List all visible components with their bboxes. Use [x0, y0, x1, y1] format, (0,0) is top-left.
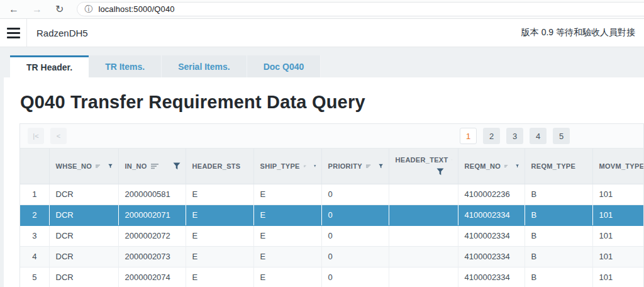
browser-toolbar: ← → ↻ ⓘ localhost:5000/Q040 [0, 0, 644, 19]
cell-whse_no: DCR [49, 246, 118, 267]
app-header: RadzenDH5 版本 0.9 等待和驗收人員對接 [0, 19, 644, 47]
cell-whse_no: DCR [49, 205, 118, 225]
cell-header_sts: E [186, 225, 253, 246]
first-page-button[interactable]: |< [28, 128, 44, 144]
cell-header_sts: E [186, 184, 253, 205]
version-note: 版本 0.9 等待和驗收人員對接 [521, 27, 635, 38]
page-button-1[interactable]: 1 [460, 128, 477, 144]
cell-in_no: 2000002073 [118, 246, 186, 267]
column-header-header_sts[interactable]: HEADER_STS [186, 149, 253, 184]
previous-page-button[interactable]: < [50, 128, 67, 144]
cell-reqm_no: 4100002334 [458, 225, 525, 246]
url-text: localhost:5000/Q040 [98, 4, 174, 14]
column-header-movm_type[interactable]: MOVM_TYPE [592, 149, 643, 184]
cell-header_text [389, 246, 458, 267]
column-header-ship_type[interactable]: SHIP_TYPE [253, 149, 321, 184]
cell-header_sts: E [186, 267, 253, 287]
cell-in_no: 2000002074 [118, 267, 186, 287]
hamburger-icon [7, 28, 20, 30]
column-header-header_text[interactable]: HEADER_TEXT [389, 149, 458, 184]
page-button-5[interactable]: 5 [553, 128, 570, 144]
hamburger-menu-button[interactable] [0, 19, 27, 47]
cell-priority: 0 [321, 205, 389, 225]
tab-tr-items[interactable]: TR Items. [89, 55, 162, 77]
address-bar[interactable]: ⓘ localhost:5000/Q040 [77, 2, 644, 16]
column-label: MOVM_TYPE [599, 162, 644, 170]
sort-lines-icon [96, 163, 101, 169]
cell-reqm_type: B [525, 184, 592, 205]
cell-movm_type: 101 [592, 205, 643, 225]
site-info-icon[interactable]: ⓘ [84, 4, 92, 15]
column-header-priority[interactable]: PRIORITY [321, 149, 389, 184]
page-body: TR Header.TR Items.Serial Items.Doc Q040… [0, 47, 644, 287]
column-label: HEADER_TEXT [396, 156, 448, 164]
column-header-whse_no[interactable]: WHSE_NO [49, 149, 118, 184]
page-button-3[interactable]: 3 [506, 128, 523, 144]
cell-priority: 0 [321, 246, 389, 267]
filter-funnel-icon[interactable] [314, 162, 316, 170]
column-label: WHSE_NO [56, 162, 92, 170]
cell-header_text [389, 267, 458, 287]
cell-whse_no: DCR [49, 184, 118, 205]
filter-funnel-icon[interactable] [516, 162, 519, 170]
cell-reqm_type: B [525, 246, 592, 267]
table-row[interactable]: 5DCR2000002074EE04100002334B101 [20, 267, 643, 287]
cell-in_no: 2000002072 [118, 225, 186, 246]
table-row[interactable]: 3DCR2000002072EE04100002334B101 [20, 225, 643, 246]
column-label: REQM_TYPE [531, 162, 576, 170]
column-label: HEADER_STS [192, 162, 241, 170]
table-row[interactable]: 1DCR2000000581EE04100002236B101 [20, 184, 643, 205]
filter-funnel-icon[interactable] [108, 162, 113, 170]
table-row[interactable]: 4DCR2000002073EE04100002334B101 [20, 246, 643, 267]
column-label: REQM_NO [465, 162, 501, 170]
table-row-selected[interactable]: 2DCR2000002071EE04100002334B101 [20, 205, 643, 225]
cell-ship_type: E [253, 205, 321, 225]
sort-lines-icon [504, 163, 508, 169]
cell-movm_type: 101 [592, 246, 643, 267]
grid-pager: |< < 12345 [20, 124, 643, 149]
column-header-in_no[interactable]: IN_NO [118, 149, 186, 184]
cell-priority: 0 [321, 267, 389, 287]
data-table: WHSE_NO IN_NO HEADER_STS SHIP_TYPE PRIOR… [20, 149, 643, 287]
cell-header_sts: E [186, 246, 253, 267]
cell-movm_type: 101 [592, 267, 643, 287]
page-button-2[interactable]: 2 [483, 128, 500, 144]
cell-reqm_type: B [525, 205, 592, 225]
cell-ship_type: E [253, 184, 321, 205]
cell-reqm_no: 4100002334 [458, 267, 525, 287]
cell-priority: 0 [321, 184, 389, 205]
tab-doc-q040[interactable]: Doc Q040 [247, 55, 321, 77]
filter-funnel-icon[interactable] [436, 168, 444, 176]
sort-lines-icon [452, 157, 452, 163]
cell-in_no: 2000000581 [118, 184, 186, 205]
cell-header_text [389, 184, 458, 205]
page-button-4[interactable]: 4 [530, 128, 547, 144]
column-header-reqm_no[interactable]: REQM_NO [458, 149, 525, 184]
page-title: Q040 Transfer Requirement Data Query [20, 92, 644, 113]
tab-tr-header[interactable]: TR Header. [10, 55, 89, 77]
row-number-cell: 5 [20, 267, 49, 287]
tab-serial-items[interactable]: Serial Items. [162, 55, 247, 77]
cell-movm_type: 101 [592, 184, 643, 205]
cell-header_text [389, 205, 458, 225]
row-number-cell: 2 [20, 205, 49, 225]
cell-reqm_type: B [525, 267, 592, 287]
browser-forward-button[interactable]: → [32, 4, 42, 14]
filter-funnel-icon[interactable] [173, 162, 180, 170]
row-number-column-header [20, 149, 49, 184]
column-header-reqm_type[interactable]: REQM_TYPE [525, 149, 592, 184]
filter-funnel-icon[interactable] [379, 162, 383, 170]
table-scroll-area: WHSE_NO IN_NO HEADER_STS SHIP_TYPE PRIOR… [20, 149, 643, 287]
column-label: SHIP_TYPE [260, 162, 300, 170]
row-number-cell: 3 [20, 225, 49, 246]
cell-ship_type: E [253, 246, 321, 267]
cell-priority: 0 [321, 225, 389, 246]
row-number-cell: 4 [20, 246, 49, 267]
cell-in_no: 2000002071 [118, 205, 186, 225]
sort-lines-icon [366, 163, 371, 169]
browser-reload-button[interactable]: ↻ [55, 4, 64, 14]
sort-lines-icon [304, 163, 306, 169]
cell-whse_no: DCR [49, 225, 118, 246]
browser-back-button[interactable]: ← [9, 4, 19, 14]
cell-header_sts: E [186, 205, 253, 225]
